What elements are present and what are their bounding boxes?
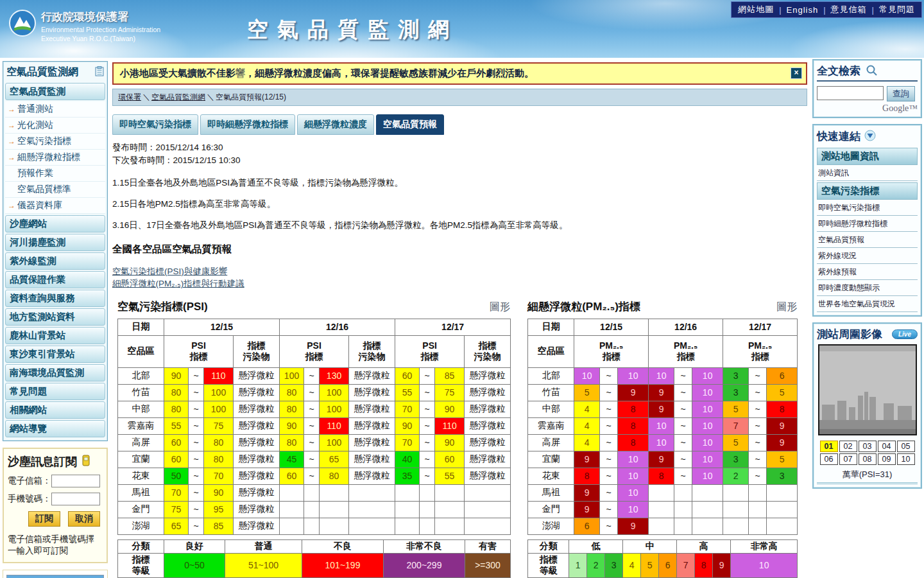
pm25-min-cell: 4: [574, 401, 600, 417]
sidebar-item[interactable]: →光化測站: [5, 118, 105, 134]
email-field[interactable]: [51, 475, 100, 487]
breadcrumb-item[interactable]: 空氣品質監測網: [151, 92, 205, 101]
pm25-max-cell: 10: [692, 384, 723, 401]
empty-cell: [420, 484, 435, 501]
tab-2[interactable]: 細懸浮微粒濃度: [297, 114, 374, 135]
pollutant-header: 指標污染物: [465, 335, 511, 367]
quick-link-item[interactable]: 世界各地空氣品質現況: [817, 296, 918, 312]
sidebar-item[interactable]: 沙塵網站: [5, 215, 105, 232]
search-button[interactable]: 查詢: [887, 86, 915, 101]
pollutant-header: 指標污染物: [234, 335, 280, 367]
sidebar-item[interactable]: 地方監測站資料: [5, 308, 105, 326]
quick-link-item[interactable]: 即時空氣污染指標: [817, 200, 918, 216]
region-cell: 雲嘉南: [528, 417, 574, 434]
tab-3[interactable]: 空氣品質預報: [376, 114, 444, 135]
pollutant-cell: 懸浮微粒: [349, 451, 395, 468]
empty-cell: [420, 501, 435, 518]
sidebar-item[interactable]: 品質保證作業: [5, 271, 105, 288]
sidebar-item[interactable]: →普通測站: [5, 101, 105, 118]
camera-button-05[interactable]: 05: [897, 441, 915, 452]
psi-table-title: 空氣污染指標(PSI): [117, 299, 208, 314]
header-line: 等級: [528, 565, 569, 576]
tilde-cell: ~: [674, 417, 692, 434]
tab-0[interactable]: 即時空氣污染指標: [112, 114, 198, 135]
top-link-2[interactable]: 意見信箱: [831, 4, 867, 15]
search-input[interactable]: [817, 86, 884, 100]
sidebar-item[interactable]: 資料查詢與服務: [5, 290, 105, 307]
psi-max-cell: 65: [320, 451, 349, 468]
left-sidebar: 空氣品質監測網 空氣品質監測→普通測站→光化測站→空氣污染指標→細懸浮微粒指標預…: [3, 61, 108, 578]
camera-button-04[interactable]: 04: [878, 441, 896, 452]
logo-block[interactable]: 行政院環境保護署 Environmental Protection Admini…: [9, 10, 160, 42]
camera-button-08[interactable]: 08: [859, 453, 877, 465]
index-header: PM₂.₅指標: [574, 335, 649, 367]
sidebar-item[interactable]: →細懸浮微粒指標: [5, 150, 105, 166]
quick-links-section-1[interactable]: 空氣污染指標: [817, 182, 918, 200]
cancel-button[interactable]: 取消: [68, 511, 100, 527]
camera-button-10[interactable]: 10: [897, 453, 915, 465]
sidebar-item[interactable]: 紫外線監測: [5, 252, 105, 270]
sidebar-menu: 空氣品質監測→普通測站→光化測站→空氣污染指標→細懸浮微粒指標預報作業空氣品質標…: [5, 83, 105, 437]
camera-button-09[interactable]: 09: [878, 453, 896, 465]
date-header: 日期: [528, 319, 574, 335]
quick-link-item[interactable]: 即時濃度動態顯示: [817, 280, 918, 296]
legend-range-cell: 200~299: [384, 553, 465, 577]
quick-links-section-0[interactable]: 測站地圖資訊: [817, 148, 918, 165]
psi-min-cell: 70: [395, 434, 420, 451]
historical-data-banner[interactable]: 歷年監測資料 下載: [6, 575, 104, 578]
tilde-cell: ~: [749, 401, 767, 417]
tilde-cell: ~: [600, 484, 618, 501]
pollutant-cell: 懸浮微粒: [234, 484, 280, 501]
psi-graphic-link[interactable]: 圖形: [490, 301, 510, 314]
sidebar-item[interactable]: 河川揚塵監測: [5, 234, 105, 251]
pm25-max-cell: 8: [618, 401, 649, 417]
camera-button-06[interactable]: 06: [820, 453, 838, 465]
sidebar-item[interactable]: 鹿林山背景站: [5, 327, 105, 344]
camera-button-01[interactable]: 01: [820, 441, 838, 452]
camera-button-02[interactable]: 02: [839, 441, 857, 452]
subscribe-button[interactable]: 訂閱: [28, 511, 60, 527]
empty-cell: [649, 518, 674, 534]
pollutant-cell: 懸浮微粒: [465, 468, 511, 484]
close-icon[interactable]: ×: [791, 67, 802, 79]
camera-button-03[interactable]: 03: [859, 441, 877, 452]
sidebar-item[interactable]: 相關網站: [5, 401, 105, 419]
pm25-row: 中部4~89~105~8: [528, 401, 798, 417]
advisory-link-1[interactable]: 細懸浮微粒(PM₂.₅)指標與行動建議: [112, 277, 807, 290]
empty-cell: [395, 518, 420, 534]
tab-1[interactable]: 即時細懸浮微粒指標: [200, 114, 295, 135]
psi-max-cell: 130: [320, 367, 349, 384]
sidebar-item[interactable]: 網站導覽: [5, 420, 105, 437]
quick-link-item[interactable]: 即時細懸浮微粒指標: [817, 216, 918, 232]
sidebar-item[interactable]: 空氣品質監測: [5, 83, 105, 100]
sidebar-item[interactable]: 南海環境品質監測: [5, 364, 105, 381]
phone-field[interactable]: [51, 493, 100, 505]
pm25-min-cell: 9: [649, 401, 674, 417]
psi-row: 花東50~70懸浮微粒60~80懸浮微粒35~55懸浮微粒: [118, 468, 511, 484]
empty-cell: [674, 518, 692, 534]
sidebar-item[interactable]: 預報作業: [5, 166, 105, 182]
sidebar-item[interactable]: 空氣品質標準: [5, 182, 105, 198]
sidebar-item[interactable]: 常見問題: [5, 383, 105, 400]
psi-row: 中部80~100懸浮微粒80~100懸浮微粒70~90懸浮微粒: [118, 401, 511, 417]
top-link-3[interactable]: 常見問題: [879, 4, 915, 15]
legend-level-cell: 6: [659, 553, 677, 577]
sidebar-item[interactable]: →空氣污染指標: [5, 134, 105, 150]
advisory-link-0[interactable]: 空氣污染指標(PSI)與健康影響: [112, 265, 807, 278]
sidebar-item[interactable]: 東沙東引背景站: [5, 346, 105, 363]
quick-link-item[interactable]: 紫外線現況: [817, 248, 918, 264]
sidebar-item[interactable]: →儀器資料庫: [5, 198, 105, 214]
pm25-graphic-link[interactable]: 圖形: [776, 301, 797, 314]
announcement-text: 小港地區受大氣擴散不佳影響，細懸浮微粒濃度偏高，環保署提醒敏感族群減少在戶外劇烈…: [120, 67, 534, 78]
top-link-1[interactable]: English: [787, 5, 819, 15]
top-link-0[interactable]: 網站地圖: [738, 4, 774, 15]
quick-link-item[interactable]: 測站資訊: [817, 165, 918, 181]
empty-cell: [320, 501, 349, 518]
camera-button-07[interactable]: 07: [839, 453, 857, 465]
quick-link-item[interactable]: 紫外線預報: [817, 264, 918, 280]
breadcrumb-item[interactable]: 環保署: [118, 92, 141, 101]
region-cell: 馬祖: [118, 484, 164, 501]
pm25-min-cell: 10: [649, 434, 674, 451]
sidebar-item-label: 鹿林山背景站: [10, 330, 65, 340]
quick-link-item[interactable]: 空氣品質預報: [817, 232, 918, 248]
